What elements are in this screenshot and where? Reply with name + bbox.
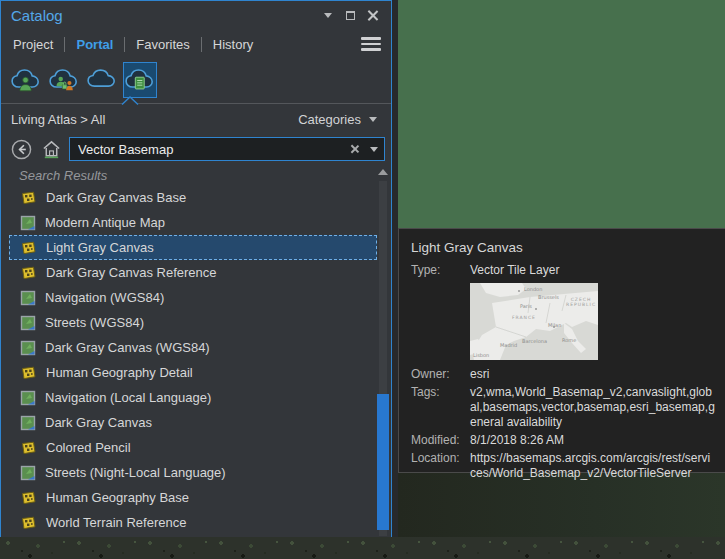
search-history-dropdown[interactable] [366,147,382,152]
tab-project[interactable]: Project [11,35,55,54]
arcgis-pro-workspace: Catalog Project Portal Favorites History [0,0,725,559]
item-label: Dark Gray Canvas Base [46,190,186,205]
close-button[interactable] [361,5,383,25]
location-value: https://basemaps.arcgis.com/arcgis/rest/… [470,451,715,481]
chevron-down-icon [369,117,377,122]
cloud-person-icon [11,67,41,94]
vector-tile-layer-icon [20,290,36,306]
tab-separator [64,37,65,52]
list-item[interactable]: Dark Gray Canvas (WGS84) [9,335,377,360]
maximize-icon [346,11,355,20]
pane-title: Catalog [11,7,317,24]
owner-value: esri [470,367,715,382]
item-label: Navigation (Local Language) [45,390,211,405]
chevron-down-icon [324,13,332,18]
location-label: Location: [411,451,463,465]
close-icon [367,10,378,21]
list-item[interactable]: Human Geography Detail [9,360,377,385]
map-label: Barcelona [522,338,547,344]
list-item[interactable]: Dark Gray Canvas [9,410,377,435]
item-label: Dark Gray Canvas Reference [46,265,217,280]
chevron-down-icon [370,147,378,152]
item-label: Colored Pencil [46,440,131,455]
tags-label: Tags: [411,385,463,399]
breadcrumb[interactable]: Living Atlas > All [11,112,294,127]
search-input[interactable] [70,142,346,157]
map-imagery-strip [0,537,725,559]
scroll-up-icon[interactable] [378,169,388,175]
cloud-icon [87,67,117,94]
pane-menu-button[interactable] [317,5,339,25]
scrollbar-thumb[interactable] [377,394,389,530]
tile-layer-icon [20,440,37,456]
list-item-selected[interactable]: Light Gray Canvas [9,235,377,260]
home-button[interactable] [39,137,63,161]
list-item[interactable]: Dark Gray Canvas Base [9,185,377,210]
tooltip-title: Light Gray Canvas [411,240,715,255]
list-item[interactable]: Human Geography Base [9,485,377,510]
categories-dropdown[interactable]: Categories [294,110,381,129]
list-item[interactable]: Navigation (WGS84) [9,285,377,310]
map-view-dark-region [398,473,725,537]
type-label: Type: [411,263,463,277]
catalog-pane: Catalog Project Portal Favorites History [0,0,392,537]
item-label: Human Geography Detail [46,365,193,380]
vector-tile-layer-icon [20,390,36,406]
list-item[interactable]: World Terrain Reference [9,510,377,535]
living-atlas-button[interactable] [123,62,157,98]
tab-portal[interactable]: Portal [74,35,115,54]
tile-layer-icon [20,515,37,531]
item-label: Human Geography Base [46,490,189,505]
list-item[interactable]: Colored Pencil [9,435,377,460]
map-view-background [398,0,725,228]
item-label: Light Gray Canvas [46,240,154,255]
tile-layer-icon [20,490,37,506]
tags-value: v2,wma,World_Basemap_v2,canvaslight,glob… [470,385,715,430]
groups-button[interactable] [47,62,81,98]
hamburger-menu-icon[interactable] [361,37,381,51]
tile-layer-icon [20,365,37,381]
my-content-button[interactable] [9,62,43,98]
modified-label: Modified: [411,433,463,447]
map-label: Brussels [538,294,559,300]
item-label: Modern Antique Map [45,215,165,230]
map-label: Lisbon [473,352,489,358]
type-value: Vector Tile Layer [470,263,715,278]
search-box [69,137,385,161]
basemap-thumbnail: London Brussels Paris FRANCE CZECH REPUB… [470,283,598,360]
list-item[interactable]: Streets (Night-Local Language) [9,460,377,485]
pane-titlebar: Catalog [1,1,391,29]
results-group-header: Search Results [1,167,391,185]
item-label: Navigation (WGS84) [45,290,164,305]
cloud-book-icon [125,67,155,94]
item-label: Dark Gray Canvas (WGS84) [45,340,210,355]
map-label: Milan [548,322,561,328]
tile-layer-icon [20,240,37,256]
list-item[interactable]: Navigation (Local Language) [9,385,377,410]
selection-notch-icon [121,96,139,105]
vector-tile-layer-icon [20,340,36,356]
list-item[interactable]: Streets (WGS84) [9,310,377,335]
back-button[interactable] [9,137,33,161]
filter-bar: Living Atlas > All Categories [1,104,391,134]
vector-tile-layer-icon [20,465,36,481]
map-label: Madrid [500,342,517,348]
clear-search-icon[interactable] [346,140,364,158]
tile-layer-icon [20,190,37,206]
vector-tile-layer-icon [20,315,36,331]
tab-favorites[interactable]: Favorites [134,35,191,54]
tile-layer-icon [20,265,37,281]
all-portal-button[interactable] [85,62,119,98]
list-item[interactable]: Modern Antique Map [9,210,377,235]
list-item[interactable]: Dark Gray Canvas Reference [9,260,377,285]
categories-label: Categories [298,112,361,127]
vector-tile-layer-icon [20,215,36,231]
map-label: London [524,286,542,292]
tab-history[interactable]: History [211,35,255,54]
maximize-button[interactable] [339,5,361,25]
vertical-scrollbar[interactable] [377,167,389,536]
map-label: FRANCE [512,315,536,320]
modified-value: 8/1/2018 8:26 AM [470,433,715,448]
catalog-tabs: Project Portal Favorites History [1,29,391,59]
item-details-tooltip: Light Gray Canvas Type: Vector Tile Laye… [398,228,725,473]
